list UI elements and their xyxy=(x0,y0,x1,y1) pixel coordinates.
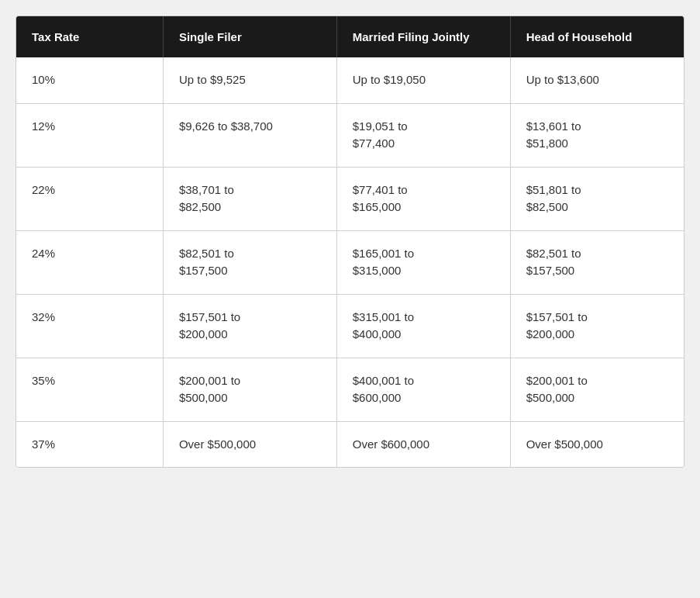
cell-single: $38,701 to $82,500 xyxy=(163,167,336,230)
cell-rate: 12% xyxy=(16,103,163,167)
cell-head: $157,501 to $200,000 xyxy=(510,294,684,358)
table-row: 32%$157,501 to $200,000$315,001 to $400,… xyxy=(16,294,684,358)
cell-rate: 35% xyxy=(16,358,163,421)
tax-brackets-table: Tax Rate Single Filer Married Filing Joi… xyxy=(16,16,684,467)
cell-rate: 24% xyxy=(16,230,163,294)
cell-married: $315,001 to $400,000 xyxy=(336,294,510,358)
cell-rate: 32% xyxy=(16,294,163,358)
cell-married: $165,001 to $315,000 xyxy=(336,230,510,294)
cell-married: Over $600,000 xyxy=(336,421,510,467)
cell-single: $9,626 to $38,700 xyxy=(163,103,336,167)
table-header-row: Tax Rate Single Filer Married Filing Joi… xyxy=(16,16,684,57)
table-row: 12%$9,626 to $38,700$19,051 to $77,400$1… xyxy=(16,103,684,167)
table-row: 10%Up to $9,525Up to $19,050Up to $13,60… xyxy=(16,57,684,103)
cell-head: Over $500,000 xyxy=(510,421,684,467)
table-row: 35%$200,001 to $500,000$400,001 to $600,… xyxy=(16,358,684,421)
cell-rate: 10% xyxy=(16,57,163,103)
tax-brackets-table-wrapper: Tax Rate Single Filer Married Filing Joi… xyxy=(16,16,684,468)
cell-single: Up to $9,525 xyxy=(163,57,336,103)
header-single-filer: Single Filer xyxy=(163,16,336,57)
table-row: 24%$82,501 to $157,500$165,001 to $315,0… xyxy=(16,230,684,294)
header-head-of-household: Head of Household xyxy=(510,16,684,57)
cell-head: Up to $13,600 xyxy=(510,57,684,103)
table-row: 22%$38,701 to $82,500$77,401 to $165,000… xyxy=(16,167,684,230)
cell-single: Over $500,000 xyxy=(163,421,336,467)
table-row: 37%Over $500,000Over $600,000Over $500,0… xyxy=(16,421,684,467)
cell-married: $19,051 to $77,400 xyxy=(336,103,510,167)
cell-head: $13,601 to $51,800 xyxy=(510,103,684,167)
cell-married: $400,001 to $600,000 xyxy=(336,358,510,421)
header-tax-rate: Tax Rate xyxy=(16,16,163,57)
cell-rate: 37% xyxy=(16,421,163,467)
cell-single: $200,001 to $500,000 xyxy=(163,358,336,421)
cell-married: Up to $19,050 xyxy=(336,57,510,103)
cell-married: $77,401 to $165,000 xyxy=(336,167,510,230)
cell-head: $82,501 to $157,500 xyxy=(510,230,684,294)
cell-head: $51,801 to $82,500 xyxy=(510,167,684,230)
header-married-filing-jointly: Married Filing Jointly xyxy=(336,16,510,57)
cell-rate: 22% xyxy=(16,167,163,230)
cell-single: $157,501 to $200,000 xyxy=(163,294,336,358)
cell-head: $200,001 to $500,000 xyxy=(510,358,684,421)
cell-single: $82,501 to $157,500 xyxy=(163,230,336,294)
